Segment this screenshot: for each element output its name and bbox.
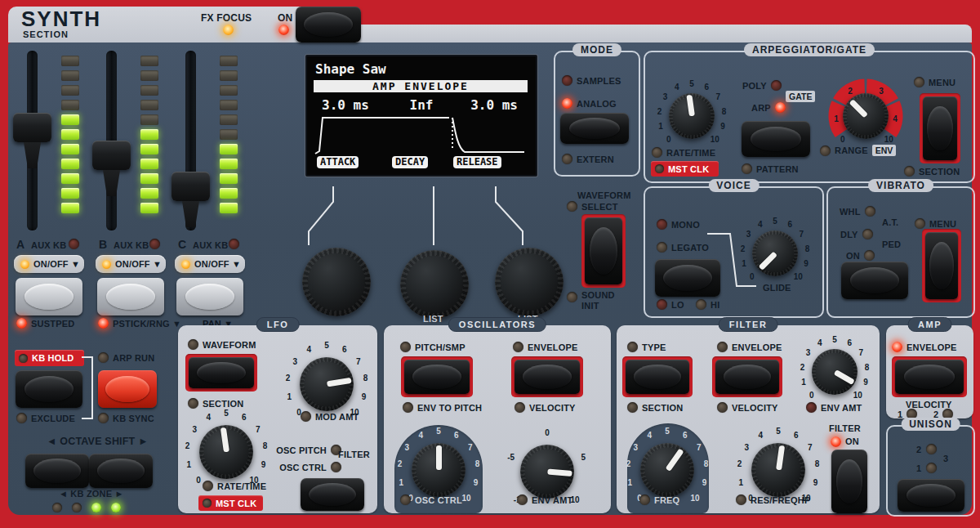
glide-knob[interactable]: 012345678910 [736, 214, 814, 293]
meter-segment [220, 159, 238, 169]
osc-envelope-row: ENVELOPE [513, 342, 578, 352]
waveform-select-led [567, 201, 577, 212]
kb-zone-label: ◄ KB ZONE ► [59, 489, 124, 499]
vibrato-button[interactable] [841, 262, 908, 299]
meter-segment [220, 114, 238, 125]
unison-button[interactable] [898, 479, 964, 512]
vib-menu-button[interactable] [925, 232, 958, 299]
filter-on-label2: ON [845, 436, 859, 446]
osc-envelope-button[interactable] [514, 360, 580, 394]
kb-sync-led [98, 413, 109, 423]
filter-envelope-button[interactable] [715, 360, 779, 394]
attack-select-knob[interactable] [300, 245, 373, 319]
arp-mode-button[interactable] [742, 121, 810, 157]
voice-button[interactable] [655, 259, 720, 297]
knob-scale-label: 4 [817, 338, 822, 347]
octave-up-button[interactable] [89, 454, 153, 488]
arp-run-button[interactable] [98, 370, 157, 408]
filter-type-button[interactable] [626, 360, 689, 394]
ped-label: PED [882, 239, 901, 249]
knob-scale-label: 4 [306, 345, 311, 354]
layer-c-button[interactable] [176, 278, 243, 315]
filter-section-row: SECTION [627, 402, 683, 413]
meter-segment [220, 56, 238, 66]
knob-scale-label: 6 [242, 413, 247, 422]
fader-b-handle[interactable] [92, 141, 131, 170]
section-on-button[interactable] [296, 7, 361, 43]
knob-scale-label: 10 [884, 135, 893, 144]
knob-scale-label: 1 [801, 378, 806, 387]
meter-segment [140, 100, 158, 110]
layer-a-onoff[interactable]: ON/OFF ▼ [14, 255, 84, 273]
lfo-waveform-button[interactable] [189, 357, 254, 388]
lfo-dest-button[interactable] [301, 478, 364, 511]
unison-2-led [926, 444, 937, 454]
display-attack-button: ATTACK [317, 156, 359, 168]
lfo-waveform-frame [185, 354, 257, 392]
knob-scale-label: 0 [545, 428, 550, 437]
amp-envelope-button[interactable] [895, 360, 964, 394]
arp-menu-frame [920, 93, 960, 163]
display-decay-button: DECAY [392, 156, 428, 168]
knob-scale-label: 2 [737, 459, 742, 468]
release-select-knob[interactable] [492, 245, 566, 319]
waveform-select-button[interactable] [585, 217, 622, 284]
meter-segment [220, 144, 238, 154]
meter-segment [61, 203, 79, 213]
arp-menu-button[interactable] [923, 96, 957, 160]
knob-scale-label: 10 [794, 272, 803, 281]
header-strip-right [338, 25, 972, 43]
gate-badge: GATE [786, 91, 815, 102]
arp-mst-clk-tag: MST CLK [651, 161, 719, 177]
knob-scale-label: 6 [794, 431, 799, 440]
knob-scale-label: 8 [363, 374, 368, 383]
knob-scale-label: -5 [507, 452, 514, 461]
kb-hold-led [19, 354, 28, 363]
layer-b-onoff[interactable]: ON/OFF ▼ [96, 255, 166, 273]
arp-rate-knob[interactable]: 012345678910 [653, 77, 731, 155]
fader-c-handle[interactable] [172, 172, 210, 201]
layer-b-label: B [99, 238, 107, 251]
knob-scale-label: 5 [689, 79, 694, 88]
layer-b-auxkb-label: AUX KB [114, 240, 149, 250]
knob-scale-label: 4 [675, 83, 679, 92]
mode-button[interactable] [560, 113, 629, 144]
freq-led [639, 494, 650, 505]
filter-on-button[interactable] [831, 450, 867, 513]
meter-segment [61, 173, 79, 184]
knob-scale-label: 7 [716, 92, 721, 101]
lfo-filter-label: FILTER [338, 450, 370, 459]
kb-zone-led-1 [52, 503, 62, 512]
lfo-waveform-row: WAVEFORM [188, 339, 256, 350]
filter-env-amt-knob[interactable]: 012345678910 [795, 333, 874, 411]
octave-down-button[interactable] [25, 454, 89, 488]
decay-select-knob[interactable] [398, 248, 471, 321]
whl-led [865, 206, 875, 217]
layer-c-onoff[interactable]: ON/OFF ▼ [175, 255, 245, 273]
knob-scale-label: 7 [256, 424, 261, 433]
knob-scale-label: 10 [690, 493, 699, 502]
arp-range-knob[interactable]: 1 2 3 4 010 [826, 77, 905, 155]
knob-scale-label: 5 [773, 217, 777, 226]
range-row: RANGE ENV [820, 145, 896, 156]
pitch-smp-button[interactable] [404, 360, 470, 394]
knob-scale-label: 0 [196, 475, 201, 484]
lfo-mod-amt-led [301, 411, 311, 422]
knob-scale-label: 0 [840, 135, 845, 144]
fader-a-handle[interactable] [13, 113, 51, 142]
filter-envelope-frame [712, 356, 782, 397]
meter-segment [220, 85, 238, 96]
oscillators-section: OSCILLATORS PITCH/SMP ENV TO PITCH ENVEL… [384, 325, 611, 513]
layer-b-button[interactable] [97, 278, 164, 315]
amp-envelope-row: ENVELOPE [892, 342, 957, 352]
arp-section-row: SECTION [904, 166, 960, 177]
layer-a-button[interactable] [16, 278, 82, 315]
legato-row: LEGATO [657, 242, 709, 253]
knob-scale-label: 4 [647, 431, 652, 440]
pitch-smp-row: PITCH/SMP [400, 342, 466, 352]
knob-scale-label: 5 [324, 341, 329, 350]
knob-scale-label: 3 [746, 230, 751, 239]
poly-led [771, 80, 782, 91]
kb-hold-button[interactable] [16, 370, 82, 408]
lfo-rate-row: RATE/TIME [203, 481, 266, 491]
